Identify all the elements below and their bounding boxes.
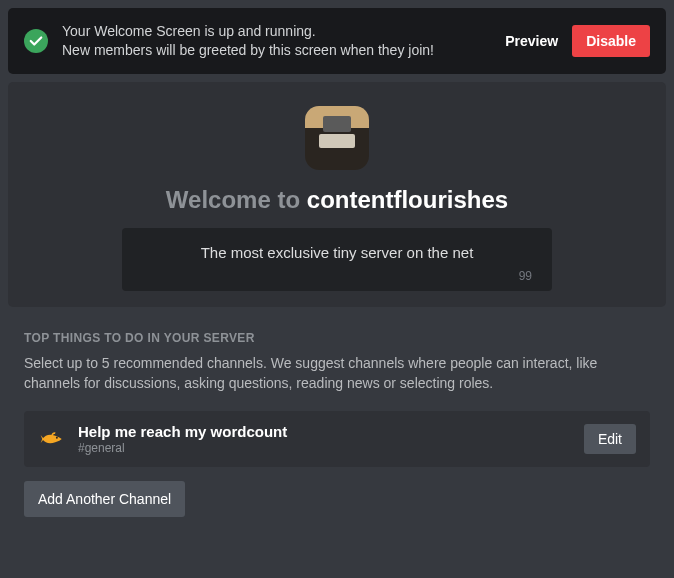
server-name: contentflourishes — [307, 186, 508, 213]
edit-button[interactable]: Edit — [584, 424, 636, 454]
server-icon — [305, 106, 369, 170]
section-description: Select up to 5 recommended channels. We … — [24, 353, 650, 394]
notice-line2: New members will be greeted by this scre… — [62, 41, 491, 60]
add-another-channel-button[interactable]: Add Another Channel — [24, 481, 185, 517]
char-count: 99 — [142, 269, 532, 283]
description-text: The most exclusive tiny server on the ne… — [142, 244, 532, 261]
channel-title: Help me reach my wordcount — [78, 423, 572, 440]
fish-icon — [38, 425, 66, 453]
section-heading: TOP THINGS TO DO IN YOUR SERVER — [24, 331, 650, 345]
check-success-icon — [24, 29, 48, 53]
notice-text: Your Welcome Screen is up and running. N… — [62, 22, 491, 60]
welcome-preview-panel: Welcome to contentflourishes The most ex… — [8, 82, 666, 307]
preview-button[interactable]: Preview — [505, 33, 558, 49]
notice-line1: Your Welcome Screen is up and running. — [62, 22, 491, 41]
description-input[interactable]: The most exclusive tiny server on the ne… — [122, 228, 552, 291]
channel-name: #general — [78, 441, 572, 455]
disable-button[interactable]: Disable — [572, 25, 650, 57]
welcome-title: Welcome to contentflourishes — [24, 186, 650, 214]
status-notice: Your Welcome Screen is up and running. N… — [8, 8, 666, 74]
svg-point-0 — [56, 437, 58, 439]
channel-row: Help me reach my wordcount #general Edit — [24, 411, 650, 467]
welcome-prefix: Welcome to — [166, 186, 307, 213]
